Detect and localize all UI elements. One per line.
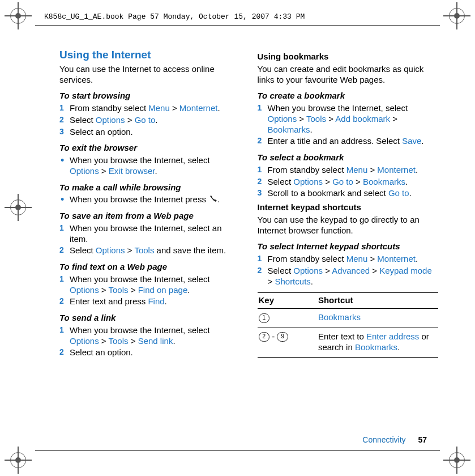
bookmarks-intro: You can create and edit bookmarks as qui… [258,64,439,86]
list-item: 2Enter text and press Find. [59,296,241,307]
crop-mark-mid-left [10,199,26,215]
list-item: 2Select Options > Advanced > Keypad mode… [258,266,439,287]
table-header-key: Key [258,293,317,309]
subheading-select-shortcuts: To select Internet keypad shortcuts [258,241,439,252]
subheading-keypad-shortcuts: Internet keypad shortcuts [258,202,439,213]
subheading-select-bookmark: To select a bookmark [258,152,439,163]
crop-mark-top-right [449,8,465,24]
subheading-start-browsing: To start browsing [59,91,241,101]
list-item: 2Select Options > Tools and save the ite… [59,245,241,256]
list-item: 3Scroll to a bookmark and select Go to. [258,188,439,199]
list-item: 1When you browse the Internet, select Op… [59,274,241,296]
list-item: 2Enter a title and an address. Select Sa… [258,136,439,147]
list-item: 2Select Options > Go to. [59,115,241,126]
list-item: 1From standby select Menu > Monternet. [258,254,439,265]
left-column: Using the Internet You can use the Inter… [59,48,241,419]
crop-mark-bot-left [10,452,26,468]
crop-mark-top-left [10,8,26,24]
subheading-using-bookmarks: Using bookmarks [258,52,439,62]
shortcuts-intro: You can use the keypad to go directly to… [258,215,439,236]
shortcut-table: Key Shortcut 1 Bookmarks 2 - 9 Enter tex… [258,292,439,358]
call-key-icon [208,196,217,205]
crop-mark-bot-right [449,452,465,468]
subheading-create-bookmark: To create a bookmark [258,91,439,101]
list-item: 1When you browse the Internet, select Op… [59,325,241,347]
subheading-find-text: To find text on a Web page [59,262,241,273]
section-title: Using the Internet [59,48,241,62]
page-footer: Connectivity 57 [362,435,427,444]
list-item: 1When you browse the Internet, select an… [59,223,241,245]
list-item: 3Select an option. [59,127,241,138]
table-row: 2 - 9 Enter text to Enter address or sea… [258,328,439,358]
subheading-save-item: To save an item from a Web page [59,211,241,222]
list-item: When you browse the Internet, select Opt… [59,155,241,177]
subheading-call-while-browsing: To make a call while browsing [59,182,241,193]
key-icon: 2 [259,332,270,342]
footer-page-number: 57 [418,435,427,444]
key-icon: 9 [277,332,288,342]
subheading-send-link: To send a link [59,313,241,324]
header-divider [35,26,440,26]
list-item: 1From standby select Menu > Monternet. [258,165,439,176]
subheading-exit-browser: To exit the browser [59,143,241,154]
key-icon: 1 [259,313,270,323]
intro-text: You can use the Internet to access onlin… [59,64,241,86]
list-item: 2Select Options > Go to > Bookmarks. [258,177,439,188]
running-header: K858c_UG_1_AE.book Page 57 Monday, Octob… [44,12,305,21]
list-item: When you browse the Internet press . [59,194,241,205]
right-column: Using bookmarks You can create and edit … [258,48,439,419]
table-row: 1 Bookmarks [258,309,439,328]
list-item: 2Select an option. [59,347,241,358]
list-item: 1When you browse the Internet, select Op… [258,103,439,135]
footer-section-name: Connectivity [362,435,405,444]
list-item: 1From standby select Menu > Monternet. [59,103,241,114]
table-header-shortcut: Shortcut [317,293,438,309]
footer-divider [35,450,440,450]
